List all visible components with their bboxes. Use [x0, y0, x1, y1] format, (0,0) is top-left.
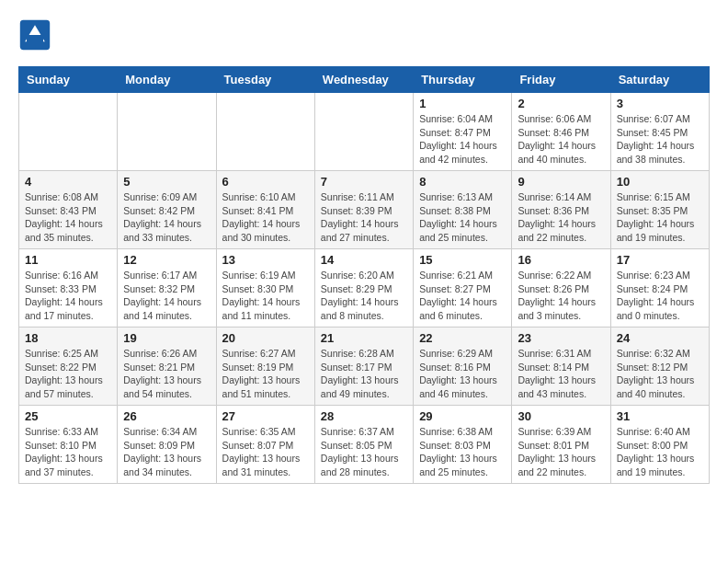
day-number: 14 — [321, 253, 407, 267]
day-info: Sunrise: 6:07 AM Sunset: 8:45 PM Dayligh… — [617, 112, 703, 167]
calendar-cell: 7Sunrise: 6:11 AM Sunset: 8:39 PM Daylig… — [314, 171, 413, 249]
calendar-cell: 23Sunrise: 6:31 AM Sunset: 8:14 PM Dayli… — [512, 327, 610, 406]
day-number: 3 — [617, 97, 703, 110]
calendar-cell: 29Sunrise: 6:38 AM Sunset: 8:03 PM Dayli… — [414, 406, 512, 484]
calendar-cell: 8Sunrise: 6:13 AM Sunset: 8:38 PM Daylig… — [414, 171, 512, 249]
day-info: Sunrise: 6:38 AM Sunset: 8:03 PM Dayligh… — [419, 425, 506, 479]
day-number: 11 — [25, 253, 111, 267]
weekday-header-monday: Monday — [118, 67, 216, 93]
day-number: 16 — [518, 253, 604, 267]
calendar-cell — [19, 93, 118, 171]
calendar-cell: 24Sunrise: 6:32 AM Sunset: 8:12 PM Dayli… — [610, 327, 709, 406]
day-info: Sunrise: 6:13 AM Sunset: 8:38 PM Dayligh… — [419, 190, 506, 245]
day-info: Sunrise: 6:34 AM Sunset: 8:09 PM Dayligh… — [123, 425, 210, 479]
calendar-week-1: 1Sunrise: 6:04 AM Sunset: 8:47 PM Daylig… — [19, 93, 710, 171]
calendar-week-4: 18Sunrise: 6:25 AM Sunset: 8:22 PM Dayli… — [19, 327, 710, 406]
calendar-cell: 15Sunrise: 6:21 AM Sunset: 8:27 PM Dayli… — [414, 249, 512, 327]
day-info: Sunrise: 6:22 AM Sunset: 8:26 PM Dayligh… — [518, 269, 604, 323]
calendar-cell: 20Sunrise: 6:27 AM Sunset: 8:19 PM Dayli… — [216, 327, 314, 406]
calendar-week-3: 11Sunrise: 6:16 AM Sunset: 8:33 PM Dayli… — [19, 249, 710, 327]
weekday-header-wednesday: Wednesday — [314, 67, 413, 93]
day-number: 18 — [25, 331, 111, 345]
day-number: 7 — [321, 175, 407, 189]
calendar-cell: 1Sunrise: 6:04 AM Sunset: 8:47 PM Daylig… — [414, 93, 512, 171]
day-info: Sunrise: 6:32 AM Sunset: 8:12 PM Dayligh… — [617, 347, 703, 401]
day-number: 22 — [419, 331, 506, 345]
weekday-header-thursday: Thursday — [414, 67, 512, 93]
logo — [18, 18, 55, 52]
calendar-cell: 3Sunrise: 6:07 AM Sunset: 8:45 PM Daylig… — [610, 93, 709, 171]
calendar-cell: 11Sunrise: 6:16 AM Sunset: 8:33 PM Dayli… — [19, 249, 118, 327]
day-number: 5 — [123, 175, 210, 189]
svg-rect-2 — [27, 35, 43, 43]
calendar-cell — [314, 93, 413, 171]
day-number: 24 — [617, 331, 703, 345]
day-number: 26 — [123, 409, 210, 423]
calendar-cell: 9Sunrise: 6:14 AM Sunset: 8:36 PM Daylig… — [512, 171, 610, 249]
day-number: 20 — [222, 331, 309, 345]
day-number: 31 — [617, 409, 703, 423]
day-info: Sunrise: 6:15 AM Sunset: 8:35 PM Dayligh… — [617, 190, 703, 245]
logo-icon — [18, 18, 51, 52]
day-info: Sunrise: 6:28 AM Sunset: 8:17 PM Dayligh… — [321, 347, 407, 401]
day-info: Sunrise: 6:39 AM Sunset: 8:01 PM Dayligh… — [518, 425, 604, 479]
calendar-cell: 25Sunrise: 6:33 AM Sunset: 8:10 PM Dayli… — [19, 406, 118, 484]
day-number: 19 — [123, 331, 210, 345]
weekday-header-saturday: Saturday — [610, 67, 709, 93]
day-number: 29 — [419, 409, 506, 423]
day-number: 12 — [123, 253, 210, 267]
day-info: Sunrise: 6:08 AM Sunset: 8:43 PM Dayligh… — [25, 190, 111, 245]
calendar-cell: 27Sunrise: 6:35 AM Sunset: 8:07 PM Dayli… — [216, 406, 314, 484]
day-info: Sunrise: 6:37 AM Sunset: 8:05 PM Dayligh… — [321, 425, 407, 479]
day-info: Sunrise: 6:27 AM Sunset: 8:19 PM Dayligh… — [222, 347, 309, 401]
day-info: Sunrise: 6:10 AM Sunset: 8:41 PM Dayligh… — [222, 190, 309, 245]
calendar-cell: 30Sunrise: 6:39 AM Sunset: 8:01 PM Dayli… — [512, 406, 610, 484]
calendar-cell: 2Sunrise: 6:06 AM Sunset: 8:46 PM Daylig… — [512, 93, 610, 171]
calendar-cell — [118, 93, 216, 171]
day-number: 6 — [222, 175, 309, 189]
day-info: Sunrise: 6:19 AM Sunset: 8:30 PM Dayligh… — [222, 269, 309, 323]
day-number: 2 — [518, 97, 604, 110]
day-info: Sunrise: 6:09 AM Sunset: 8:42 PM Dayligh… — [123, 190, 210, 245]
day-number: 25 — [25, 409, 111, 423]
calendar-cell: 13Sunrise: 6:19 AM Sunset: 8:30 PM Dayli… — [216, 249, 314, 327]
day-number: 30 — [518, 409, 604, 423]
day-info: Sunrise: 6:04 AM Sunset: 8:47 PM Dayligh… — [419, 112, 506, 167]
calendar-cell: 31Sunrise: 6:40 AM Sunset: 8:00 PM Dayli… — [610, 406, 709, 484]
weekday-header-sunday: Sunday — [19, 67, 118, 93]
day-info: Sunrise: 6:17 AM Sunset: 8:32 PM Dayligh… — [123, 269, 210, 323]
day-number: 8 — [419, 175, 506, 189]
day-number: 28 — [321, 409, 407, 423]
day-number: 21 — [321, 331, 407, 345]
calendar-cell: 19Sunrise: 6:26 AM Sunset: 8:21 PM Dayli… — [118, 327, 216, 406]
day-number: 4 — [25, 175, 111, 189]
calendar-cell: 16Sunrise: 6:22 AM Sunset: 8:26 PM Dayli… — [512, 249, 610, 327]
day-info: Sunrise: 6:25 AM Sunset: 8:22 PM Dayligh… — [25, 347, 111, 401]
day-info: Sunrise: 6:35 AM Sunset: 8:07 PM Dayligh… — [222, 425, 309, 479]
day-info: Sunrise: 6:23 AM Sunset: 8:24 PM Dayligh… — [617, 269, 703, 323]
page-header — [18, 18, 710, 52]
weekday-header-row: SundayMondayTuesdayWednesdayThursdayFrid… — [19, 67, 710, 93]
calendar-cell: 14Sunrise: 6:20 AM Sunset: 8:29 PM Dayli… — [314, 249, 413, 327]
day-number: 27 — [222, 409, 309, 423]
day-info: Sunrise: 6:11 AM Sunset: 8:39 PM Dayligh… — [321, 190, 407, 245]
calendar-cell: 5Sunrise: 6:09 AM Sunset: 8:42 PM Daylig… — [118, 171, 216, 249]
calendar-cell: 12Sunrise: 6:17 AM Sunset: 8:32 PM Dayli… — [118, 249, 216, 327]
day-number: 10 — [617, 175, 703, 189]
calendar-cell: 17Sunrise: 6:23 AM Sunset: 8:24 PM Dayli… — [610, 249, 709, 327]
day-info: Sunrise: 6:26 AM Sunset: 8:21 PM Dayligh… — [123, 347, 210, 401]
day-number: 1 — [419, 97, 506, 110]
calendar-table: SundayMondayTuesdayWednesdayThursdayFrid… — [18, 66, 710, 484]
day-number: 13 — [222, 253, 309, 267]
day-info: Sunrise: 6:16 AM Sunset: 8:33 PM Dayligh… — [25, 269, 111, 323]
day-info: Sunrise: 6:06 AM Sunset: 8:46 PM Dayligh… — [518, 112, 604, 167]
calendar-cell: 18Sunrise: 6:25 AM Sunset: 8:22 PM Dayli… — [19, 327, 118, 406]
day-number: 9 — [518, 175, 604, 189]
day-info: Sunrise: 6:21 AM Sunset: 8:27 PM Dayligh… — [419, 269, 506, 323]
calendar-week-2: 4Sunrise: 6:08 AM Sunset: 8:43 PM Daylig… — [19, 171, 710, 249]
weekday-header-tuesday: Tuesday — [216, 67, 314, 93]
weekday-header-friday: Friday — [512, 67, 610, 93]
day-number: 17 — [617, 253, 703, 267]
day-number: 23 — [518, 331, 604, 345]
calendar-cell: 21Sunrise: 6:28 AM Sunset: 8:17 PM Dayli… — [314, 327, 413, 406]
